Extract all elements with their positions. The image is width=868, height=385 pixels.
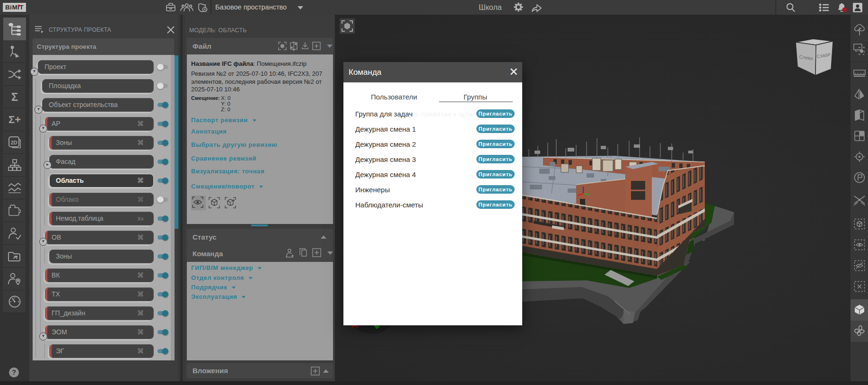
svg-text:2D: 2D bbox=[10, 140, 17, 145]
